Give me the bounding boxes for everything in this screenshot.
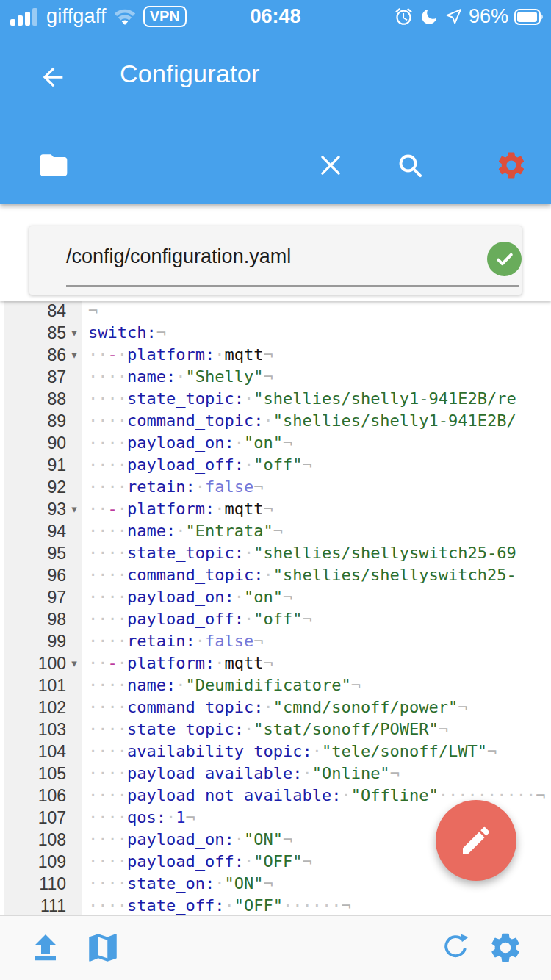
line-number: 101	[38, 676, 66, 696]
code-line[interactable]: 87····name:·"Shelly"¬	[0, 366, 551, 388]
code-line[interactable]: 93▾··-·platform:·mqtt¬	[0, 498, 551, 520]
code-text: ····state_topic:·"shellies/shellyswitch2…	[82, 542, 551, 564]
code-line[interactable]: 105····payload_available:·"Online"¬	[0, 763, 551, 785]
code-text: ····name:·"Deumidificatore"¬	[82, 674, 551, 696]
code-line[interactable]: 111····state_off:·"OFF"······¬	[0, 895, 551, 915]
file-path-panel: /config/configuration.yaml	[0, 204, 551, 301]
gutter-cell: 108	[4, 829, 82, 851]
code-text: ····command_topic:·"shellies/shellyswitc…	[82, 564, 551, 586]
line-number: 104	[38, 742, 66, 762]
fold-arrow-icon[interactable]: ▾	[66, 502, 82, 516]
fold-arrow-icon[interactable]: ▾	[66, 657, 82, 670]
file-path-card[interactable]: /config/configuration.yaml	[29, 226, 522, 295]
code-text: ····availability_topic:·"tele/sonoff/LWT…	[82, 741, 551, 763]
alarm-icon	[394, 7, 414, 26]
line-number: 111	[40, 896, 66, 916]
gutter-cell: 89	[4, 410, 82, 432]
yaml-valid-badge	[487, 242, 522, 276]
gutter-cell: 110	[4, 873, 82, 895]
line-number: 89	[47, 411, 66, 431]
battery-percent-label: 96%	[469, 5, 508, 28]
gutter-cell: 94	[4, 520, 82, 542]
code-line[interactable]: 86▾··-·platform:·mqtt¬	[0, 344, 551, 366]
code-text: ····payload_off:·"off"¬	[82, 454, 551, 476]
code-text: ····state_topic:·"shellies/shelly1-941E2…	[82, 388, 551, 410]
code-text: ····payload_available:·"Online"¬	[82, 763, 551, 785]
search-icon	[395, 151, 425, 180]
code-line[interactable]: 96····command_topic:·"shellies/shellyswi…	[0, 564, 551, 586]
gutter-cell: 102	[4, 696, 82, 718]
code-line[interactable]: 98····payload_off:·"off"¬	[0, 608, 551, 630]
app-header: giffgaff VPN 06:48	[0, 0, 551, 204]
fold-arrow-icon[interactable]: ▾	[66, 348, 82, 361]
gutter-cell: 99	[4, 630, 82, 652]
bottom-toolbar	[0, 915, 551, 980]
gutter-cell: 104	[4, 741, 82, 763]
code-line[interactable]: 95····state_topic:·"shellies/shellyswitc…	[0, 542, 551, 564]
code-line[interactable]: 85▾switch:¬	[0, 322, 551, 344]
code-line[interactable]: 94····name:·"Entrata"¬	[0, 520, 551, 542]
gutter-cell: 103	[4, 718, 82, 741]
gutter-cell: 87	[4, 366, 82, 388]
code-line[interactable]: 101····name:·"Deumidificatore"¬	[0, 674, 551, 696]
code-line[interactable]: 92····retain:·false¬	[0, 476, 551, 498]
code-line[interactable]: 99····retain:·false¬	[0, 630, 551, 652]
file-path-value: /config/configuration.yaml	[66, 245, 291, 268]
open-folder-button[interactable]	[37, 149, 70, 181]
gutter-cell: 86▾	[4, 344, 82, 366]
line-number: 92	[47, 478, 66, 497]
gutter-cell: 100▾	[4, 652, 82, 674]
code-line[interactable]: 104····availability_topic:·"tele/sonoff/…	[0, 741, 551, 763]
close-file-button[interactable]	[314, 149, 347, 181]
edit-fab[interactable]	[436, 800, 516, 881]
back-button[interactable]	[37, 61, 69, 93]
location-arrow-icon	[444, 7, 463, 26]
battery-icon	[514, 8, 544, 26]
code-text: ··-·platform:·mqtt¬	[82, 344, 551, 366]
code-text: ····command_topic:·"shellies/shelly1-941…	[82, 410, 551, 432]
gutter-cell: 101	[4, 674, 82, 696]
path-underline	[66, 285, 519, 287]
code-line[interactable]: 91····payload_off:·"off"¬	[0, 454, 551, 476]
line-number: 106	[38, 786, 66, 806]
gutter-cell: 106	[4, 785, 82, 807]
code-line[interactable]: 89····command_topic:·"shellies/shelly1-9…	[0, 410, 551, 432]
code-text: ····retain:·false¬	[82, 630, 551, 652]
gutter-cell: 97	[4, 586, 82, 608]
fold-arrow-icon[interactable]: ▾	[66, 326, 82, 339]
line-number: 107	[38, 808, 66, 828]
code-text: ····name:·"Entrata"¬	[82, 520, 551, 542]
upload-button[interactable]	[26, 929, 65, 967]
gear-icon	[495, 148, 527, 182]
gutter-cell: 88	[4, 388, 82, 410]
line-number: 109	[38, 852, 66, 872]
code-line[interactable]: 84¬	[0, 301, 551, 322]
search-button[interactable]	[394, 149, 426, 181]
gutter-cell: 90	[4, 432, 82, 454]
code-line[interactable]: 103····state_topic:·"stat/sonoff/POWER"¬	[0, 718, 551, 741]
reload-button[interactable]	[436, 929, 475, 967]
code-line[interactable]: 100▾··-·platform:·mqtt¬	[0, 652, 551, 674]
code-line[interactable]: 88····state_topic:·"shellies/shelly1-941…	[0, 388, 551, 410]
app-settings-button[interactable]	[486, 929, 525, 967]
line-number: 108	[38, 830, 66, 850]
close-icon	[317, 151, 345, 179]
code-line[interactable]: 102····command_topic:·"cmnd/sonoff/power…	[0, 696, 551, 718]
editor-settings-button[interactable]	[495, 149, 527, 181]
line-number: 99	[47, 632, 66, 652]
upload-icon	[28, 930, 63, 965]
line-number: 97	[47, 588, 66, 608]
gutter-cell: 91	[4, 454, 82, 476]
map-button[interactable]	[84, 929, 122, 967]
gutter-cell: 93▾	[4, 498, 82, 520]
gutter-cell: 84	[4, 301, 82, 322]
code-line[interactable]: 97····payload_on:·"on"¬	[0, 586, 551, 608]
code-text: ····retain:·false¬	[82, 476, 551, 498]
code-text: ····state_off:·"OFF"······¬	[82, 895, 551, 915]
gutter-cell: 105	[4, 763, 82, 785]
gutter-cell: 111	[4, 895, 82, 915]
line-number: 86	[47, 345, 66, 365]
code-line[interactable]: 90····payload_on:·"on"¬	[0, 432, 551, 454]
folder-icon	[37, 149, 70, 181]
moon-icon	[419, 7, 439, 26]
